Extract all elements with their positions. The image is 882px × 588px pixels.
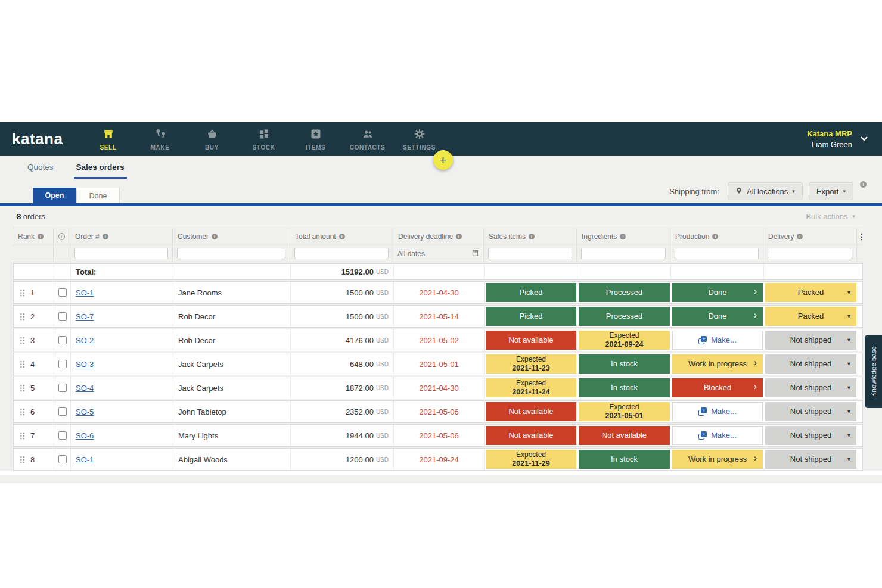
delivery-status-chip[interactable]: Not shipped▼ — [765, 402, 856, 421]
row-checkbox[interactable] — [58, 431, 67, 440]
delivery-status-chip[interactable]: Not shipped▼ — [765, 426, 856, 445]
sales-items-status-chip[interactable]: Expected2021-11-24 — [486, 378, 576, 397]
sales-items-status-chip[interactable]: Picked — [486, 283, 576, 302]
row-checkbox[interactable] — [58, 336, 67, 344]
drag-handle-icon[interactable] — [20, 384, 25, 392]
column-header-ingredients[interactable]: Ingredientsi — [577, 228, 670, 245]
drag-handle-icon[interactable] — [20, 360, 25, 368]
filter-input-sales_items[interactable] — [488, 248, 572, 259]
ingredients-status-chip[interactable]: Processed — [579, 307, 670, 326]
amount-value: 2352.00 — [346, 407, 374, 416]
delivery-status-chip[interactable]: Not shipped▼ — [765, 378, 856, 397]
make-button[interactable]: +Make... — [672, 331, 763, 350]
ingredients-status-chip[interactable]: Expected2021-05-01 — [579, 402, 670, 421]
drag-handle-icon[interactable] — [20, 432, 25, 440]
filter-input-delivery[interactable] — [768, 248, 852, 259]
column-header-deadline[interactable]: Delivery deadlinei — [393, 228, 484, 245]
row-checkbox[interactable] — [58, 407, 67, 416]
info-icon[interactable]: i — [860, 181, 867, 188]
order-link[interactable]: SO-1 — [76, 288, 94, 297]
ingredients-status-chip[interactable]: In stock — [579, 450, 670, 469]
delivery-status-chip[interactable]: Packed▼ — [765, 283, 856, 302]
drag-handle-icon[interactable] — [20, 313, 25, 321]
ingredients-status-chip[interactable]: Expected2021-09-24 — [579, 331, 670, 350]
ingredients-status-chip[interactable]: Processed — [579, 283, 670, 302]
copy-plus-icon: + — [698, 407, 707, 416]
production-status-chip[interactable]: Done› — [672, 283, 763, 302]
tab-quotes[interactable]: Quotes — [25, 158, 56, 179]
row-checkbox[interactable] — [58, 360, 67, 368]
drag-handle-icon[interactable] — [20, 408, 25, 416]
filter-input-order[interactable] — [74, 248, 168, 259]
ingredients-status-chip[interactable]: Not available — [579, 426, 670, 445]
knowledge-base-tab[interactable]: Knowledge base — [865, 335, 882, 408]
make-button[interactable]: +Make... — [672, 426, 763, 445]
nav-item-contacts[interactable]: CONTACTS — [341, 122, 393, 156]
order-link[interactable]: SO-3 — [76, 360, 94, 369]
column-header-sales_items[interactable]: Sales itemsi — [484, 228, 577, 245]
filter-date-deadline[interactable]: All dates — [397, 249, 479, 259]
production-status-chip[interactable]: Work in progress› — [672, 354, 763, 374]
sales-items-status-chip[interactable]: Not available — [486, 402, 576, 421]
production-status-chip[interactable]: Blocked› — [672, 378, 763, 397]
make-button[interactable]: +Make... — [672, 402, 763, 421]
row-checkbox[interactable] — [58, 384, 67, 392]
drag-handle-icon[interactable] — [20, 456, 25, 463]
filter-input-amount[interactable] — [294, 248, 389, 259]
bulk-actions-button[interactable]: Bulk actions ▾ — [806, 212, 855, 221]
row-checkbox[interactable] — [58, 288, 67, 297]
column-menu-kebab-icon[interactable]: ⋮ — [857, 228, 867, 245]
production-cell: +Make... — [671, 329, 764, 351]
order-link[interactable]: SO-2 — [76, 336, 94, 345]
production-status-chip[interactable]: Done› — [672, 307, 763, 326]
column-header-rank[interactable]: Ranki — [13, 228, 54, 245]
view-tab-open[interactable]: Open — [33, 188, 76, 203]
column-header-order[interactable]: Order #i — [70, 228, 173, 245]
delivery-status-chip[interactable]: Not shipped▼ — [765, 354, 856, 374]
nav-item-items[interactable]: ITEMS — [290, 122, 341, 156]
order-link[interactable]: SO-7 — [76, 312, 94, 321]
order-link[interactable]: SO-5 — [76, 407, 94, 416]
column-header-production[interactable]: Productioni — [670, 228, 763, 245]
sales-items-status-chip[interactable]: Not available — [486, 426, 576, 445]
drag-handle-icon[interactable] — [20, 337, 25, 344]
bulk-actions-label: Bulk actions — [806, 212, 847, 221]
create-new-button[interactable]: + — [433, 150, 453, 170]
ingredients-status-chip[interactable]: In stock — [579, 378, 670, 397]
column-header-customer[interactable]: Customeri — [173, 228, 290, 245]
total-cell-order: Total: — [71, 264, 173, 279]
column-header-amount[interactable]: Total amounti — [290, 228, 393, 245]
filter-input-customer[interactable] — [177, 248, 285, 259]
view-tab-done[interactable]: Done — [76, 188, 120, 203]
sales-items-status-chip[interactable]: Not available — [486, 331, 576, 350]
drag-handle-icon[interactable] — [20, 289, 25, 297]
sales-items-status-chip[interactable]: Expected2021-11-23 — [486, 354, 576, 374]
delivery-status-chip[interactable]: Not shipped▼ — [765, 450, 856, 469]
production-status-chip[interactable]: Work in progress› — [672, 450, 763, 469]
horizontal-scrollbar-track[interactable] — [0, 471, 882, 475]
filter-input-production[interactable] — [675, 248, 759, 259]
export-button[interactable]: Export ▾ — [809, 182, 853, 200]
sales-items-cell: Expected2021-11-23 — [485, 353, 577, 375]
filter-input-ingredients[interactable] — [581, 248, 666, 259]
nav-item-make[interactable]: MAKE — [134, 122, 186, 156]
chevron-down-icon[interactable] — [859, 133, 869, 145]
nav-item-stock[interactable]: STOCK — [238, 122, 290, 156]
row-checkbox[interactable] — [58, 312, 67, 321]
order-link[interactable]: SO-6 — [76, 431, 94, 440]
sales-items-status-chip[interactable]: Expected2021-11-29 — [486, 450, 576, 469]
location-filter-button[interactable]: All locations ▾ — [728, 182, 803, 200]
ingredients-status-chip[interactable]: In stock — [579, 354, 670, 374]
nav-item-sell[interactable]: SELL — [82, 122, 134, 156]
order-link[interactable]: SO-4 — [76, 384, 94, 393]
delivery-status-chip[interactable]: Not shipped▼ — [765, 331, 856, 350]
tab-sales-orders[interactable]: Sales orders — [74, 158, 127, 179]
account-area[interactable]: Katana MRP Liam Green — [807, 122, 882, 156]
delivery-status-chip[interactable]: Packed▼ — [765, 307, 856, 326]
nav-item-buy[interactable]: BUY — [186, 122, 238, 156]
column-header-flag[interactable]: i — [54, 228, 70, 245]
sales-items-status-chip[interactable]: Picked — [486, 307, 576, 326]
row-checkbox[interactable] — [58, 455, 67, 463]
order-link[interactable]: SO-1 — [76, 455, 94, 464]
column-header-delivery[interactable]: Deliveryi — [763, 228, 857, 245]
